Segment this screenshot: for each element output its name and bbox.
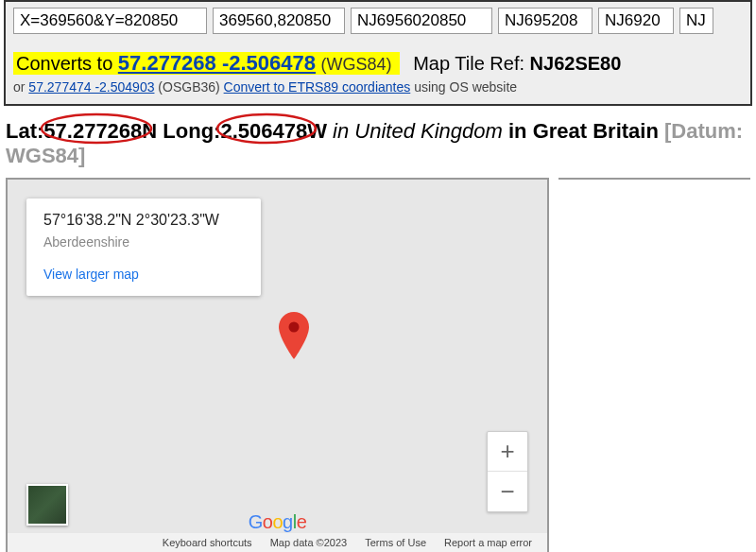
coordinate-input-row <box>13 8 743 34</box>
google-logo: Google <box>249 511 307 533</box>
svg-point-2 <box>289 322 300 333</box>
wgs84-label: (WGS84) <box>321 55 392 74</box>
convert-result-line: Converts to 57.277268 -2.506478 (WGS84) … <box>13 51 743 76</box>
lat-dir: N <box>142 119 157 143</box>
osgb-line: or 57.277474 -2.504903 (OSGB36) Convert … <box>13 79 743 95</box>
zoom-control: + − <box>487 431 528 512</box>
side-panel <box>558 178 750 552</box>
map-marker-icon <box>277 312 311 359</box>
tile-ref-value: NJ62SE80 <box>530 53 622 74</box>
etrs-suffix: using OS website <box>410 79 517 95</box>
terms-link[interactable]: Terms of Use <box>365 537 426 548</box>
lat-value: 57.277268 <box>43 119 142 143</box>
etrs89-link[interactable]: Convert to ETRS89 coordiantes <box>224 79 411 95</box>
map-footer: Keyboard shortcuts Map data ©2023 Terms … <box>8 533 547 552</box>
grid-input-square[interactable] <box>679 8 713 34</box>
latlong-summary: Lat: 57.277268 N Long: 2.506478 W in Uni… <box>6 119 750 168</box>
country-label: in United Kingdom <box>333 119 503 143</box>
satellite-toggle-thumb[interactable] <box>26 484 68 526</box>
report-error-link[interactable]: Report a map error <box>444 537 532 548</box>
map-info-card: 57°16'38.2"N 2°30'23.3"W Aberdeenshire V… <box>26 198 261 296</box>
tile-ref-label: Map Tile Ref: <box>413 53 529 74</box>
map-data-label: Map data ©2023 <box>270 537 348 548</box>
long-value: 2.506478 <box>220 119 307 143</box>
grid-input-4[interactable] <box>598 8 674 34</box>
long-label: Long: <box>157 119 220 143</box>
xy-input[interactable] <box>13 8 207 34</box>
wgs84-coords-link[interactable]: 57.277268 -2.506478 <box>118 51 316 75</box>
map-panel[interactable]: 57°16'38.2"N 2°30'23.3"W Aberdeenshire V… <box>6 178 549 552</box>
map-coord-dms: 57°16'38.2"N 2°30'23.3"W <box>43 212 244 229</box>
or-label: or <box>13 79 28 95</box>
converts-to-label: Converts to <box>16 53 118 74</box>
long-dir: W <box>307 119 327 143</box>
region-label: in Great Britain <box>503 119 664 143</box>
osgb-suffix: (OSGB36) <box>154 79 223 95</box>
grid-input-full[interactable] <box>351 8 492 34</box>
keyboard-shortcuts-link[interactable]: Keyboard shortcuts <box>163 537 252 548</box>
map-region: Aberdeenshire <box>43 234 244 250</box>
zoom-in-button[interactable]: + <box>488 432 527 472</box>
conversion-panel: Converts to 57.277268 -2.506478 (WGS84) … <box>4 0 752 106</box>
osgb-coords-link[interactable]: 57.277474 -2.504903 <box>28 79 154 95</box>
pair-input[interactable] <box>213 8 345 34</box>
zoom-out-button[interactable]: − <box>488 472 527 511</box>
grid-input-6[interactable] <box>498 8 593 34</box>
view-larger-map-link[interactable]: View larger map <box>43 267 139 282</box>
lat-label: Lat: <box>6 119 43 143</box>
